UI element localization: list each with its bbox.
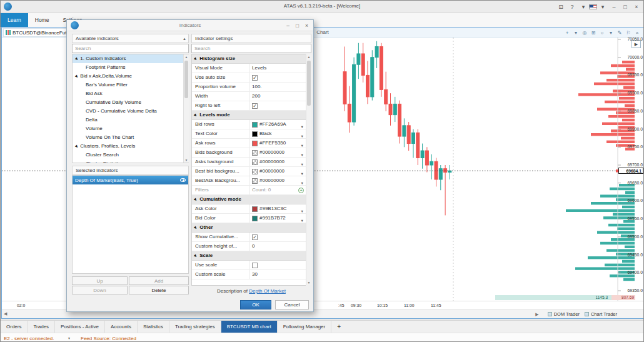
color-swatch[interactable] <box>252 178 258 184</box>
add-button[interactable]: Add <box>129 276 189 285</box>
down-button[interactable]: Down <box>72 286 128 294</box>
ok-button[interactable]: OK <box>240 300 271 309</box>
scroll-left-button[interactable]: ◀ <box>4 311 7 316</box>
caret-down-icon[interactable]: ▼ <box>301 160 304 166</box>
tab-statistics[interactable]: Statistics <box>138 321 169 333</box>
tree-item[interactable]: Cluster Statistic <box>73 159 188 163</box>
caret-down-icon[interactable]: ▾ <box>572 30 580 36</box>
caret-down-icon[interactable]: ▼ <box>301 179 304 185</box>
tab-trading-strategies[interactable]: Trading strategies <box>169 321 221 333</box>
available-indicators-tree[interactable]: ▶1. Custom IndicatorsFootprint Patterns▶… <box>72 54 189 163</box>
settings-scrollbar[interactable]: ▲ ▼ <box>306 54 311 285</box>
dialog-close-button[interactable]: × <box>302 23 311 29</box>
tree-item[interactable]: Cluster Search <box>73 151 188 159</box>
dialog-maximize-button[interactable]: □ <box>293 23 302 29</box>
visibility-eye-icon[interactable] <box>180 178 186 182</box>
checkbox[interactable]: ✓ <box>252 75 258 81</box>
color-swatch[interactable] <box>252 216 258 221</box>
settings-group-header[interactable]: ▶Cumulative mode <box>192 195 306 204</box>
caret-down-icon[interactable]: ▼ <box>301 141 304 148</box>
caret-down-icon[interactable]: ▼ <box>301 207 304 213</box>
tab-positions-active[interactable]: Positions - Active <box>55 321 105 333</box>
settings-group-header[interactable]: ▶Scale <box>192 251 306 261</box>
caret-down-icon[interactable]: ▾ <box>578 1 588 13</box>
pin-icon[interactable]: ⚐ <box>625 30 632 36</box>
color-swatch[interactable] <box>252 141 258 146</box>
setting-value[interactable]: 30 <box>249 270 306 279</box>
fullscreen-icon[interactable]: ⊞ <box>590 30 597 36</box>
edit-icon[interactable]: ✎ <box>616 30 623 36</box>
scrollbar-thumb[interactable] <box>307 61 311 106</box>
add-filter-icon[interactable]: + <box>298 188 304 193</box>
setting-value[interactable]: ✓ <box>249 73 306 82</box>
scroll-down-icon[interactable]: ▼ <box>306 281 311 284</box>
settings-group-header[interactable]: ▶Other <box>192 223 306 233</box>
ribbon-tab-learn[interactable]: Learn <box>1 13 28 27</box>
collapse-icon[interactable]: ▲ <box>183 34 186 43</box>
setting-value[interactable]: 200 <box>249 92 306 101</box>
chart-trader-toggle[interactable]: Chart Trader <box>585 311 617 317</box>
scroll-up-icon[interactable]: ▲ <box>306 55 311 59</box>
server-status[interactable]: E2 - server connected. <box>4 336 54 341</box>
add-tab-button[interactable]: + <box>331 321 346 333</box>
scrollbar-thumb[interactable] <box>184 61 188 98</box>
setting-value[interactable]: ✓ <box>249 101 306 110</box>
setting-value[interactable] <box>249 261 306 269</box>
tab-orders[interactable]: Orders <box>1 321 28 333</box>
setting-value[interactable]: #00000000▼ <box>249 176 306 185</box>
caret-down-icon[interactable]: ▾ <box>607 30 615 36</box>
titlebar[interactable]: ATAS v6.1.3.219-beta - [Welcome] ⊡?▾▾–□× <box>1 1 643 13</box>
color-swatch[interactable] <box>252 169 258 174</box>
color-swatch[interactable] <box>252 122 258 128</box>
setting-value[interactable]: Count: 0+ <box>249 186 306 194</box>
tab-accounts[interactable]: Accounts <box>105 321 138 333</box>
selected-indicator-item[interactable]: Depth Of Market(Bars, True) <box>73 176 188 184</box>
restore-button[interactable]: □ <box>620 1 630 13</box>
snapshot-icon[interactable]: ◎ <box>581 30 588 36</box>
tab-btcusdt-m5-chart[interactable]: BTCUSDT M5 chart <box>221 321 278 333</box>
scroll-up-icon[interactable]: ▲ <box>184 55 189 59</box>
caret-down-icon[interactable]: ▾ <box>598 1 608 13</box>
up-button[interactable]: Up <box>72 276 128 285</box>
scroll-right-button[interactable]: ▶ <box>535 312 538 317</box>
setting-value[interactable]: #99B13C3C▼ <box>249 204 306 213</box>
tree-item[interactable]: CVD - Cumulative Volume Delta <box>73 107 188 116</box>
color-swatch[interactable] <box>252 206 258 212</box>
color-swatch[interactable] <box>252 150 258 156</box>
caret-down-icon[interactable]: ▼ <box>301 123 304 129</box>
setting-value[interactable]: 0 <box>249 242 306 251</box>
tab-following-manager[interactable]: Following Manager <box>278 321 332 333</box>
tree-item[interactable]: ▶1. Custom Indicators <box>73 54 188 63</box>
setting-value[interactable]: #00000000▼ <box>249 158 306 166</box>
screenshot-icon[interactable]: ⊡ <box>556 1 566 13</box>
setting-value[interactable]: #FFEF5350▼ <box>249 139 306 148</box>
caret-down-icon[interactable]: ▼ <box>301 216 304 223</box>
caret-down-icon[interactable]: ▼ <box>301 151 304 157</box>
checkbox[interactable]: ✓ <box>252 234 258 240</box>
tree-item[interactable]: Volume <box>73 124 188 133</box>
tree-item[interactable]: ▶Bid x Ask,Delta,Volume <box>73 72 188 81</box>
scroll-down-icon[interactable]: ▼ <box>184 158 189 162</box>
setting-value[interactable]: 100. <box>249 83 306 91</box>
cancel-button[interactable]: Cancel <box>275 300 309 309</box>
selected-indicators-list[interactable]: Depth Of Market(Bars, True) <box>72 175 189 274</box>
caret-down-icon[interactable]: ▼ <box>301 169 304 176</box>
color-swatch[interactable] <box>252 131 258 137</box>
checkbox[interactable] <box>252 263 258 268</box>
tree-item[interactable]: Bar's Volume Filter <box>73 81 188 89</box>
settings-search-input[interactable] <box>191 44 311 53</box>
tree-item[interactable]: Volume On The Chart <box>73 133 188 142</box>
dialog-titlebar[interactable]: Indicators –□× <box>67 20 313 31</box>
description-link[interactable]: Depth Of Market <box>249 288 286 294</box>
close-icon[interactable]: × <box>633 30 641 36</box>
dialog-minimize-button[interactable]: – <box>283 23 293 29</box>
close-button[interactable]: × <box>631 1 641 13</box>
setting-value[interactable]: #00000000▼ <box>249 148 306 157</box>
setting-value[interactable]: #991B7B72▼ <box>249 214 306 223</box>
ribbon-tab-home[interactable]: Home <box>28 13 56 27</box>
tree-item[interactable]: ▶Clusters, Profiles, Levels <box>73 142 188 151</box>
setting-value[interactable]: ✓ <box>249 233 306 241</box>
cursor-mode-icon[interactable]: + <box>563 30 571 36</box>
tree-scrollbar[interactable]: ▲ ▼ <box>183 54 189 163</box>
color-swatch[interactable] <box>252 159 258 165</box>
